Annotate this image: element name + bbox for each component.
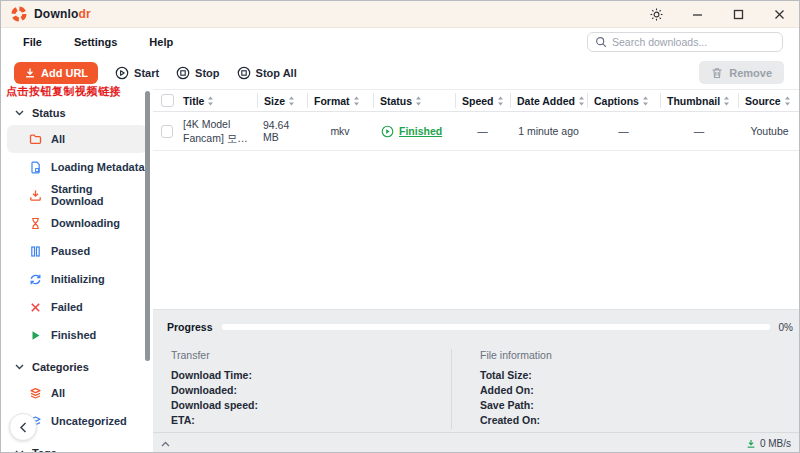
trash-icon [711, 67, 723, 79]
pause-icon [29, 245, 42, 258]
status-finished-link[interactable]: Finished [399, 125, 442, 137]
search-box[interactable] [587, 32, 783, 52]
remove-label: Remove [729, 67, 772, 79]
close-button[interactable] [771, 7, 787, 23]
stop-all-button[interactable]: Stop All [237, 66, 297, 80]
sort-icon [723, 96, 730, 106]
column-header-date-added[interactable]: Date Added [510, 93, 587, 108]
maximize-button[interactable] [730, 7, 746, 23]
download-speed: — [455, 125, 510, 137]
field-eta: ETA: [171, 414, 451, 429]
sidebar-section-tags[interactable]: Tags [1, 441, 153, 453]
sidebar-item-failed[interactable]: Failed [7, 293, 147, 321]
play-circle-icon [381, 125, 394, 138]
download-captions: — [587, 125, 660, 137]
search-input[interactable] [612, 36, 775, 48]
download-size: 94.64 MB [257, 119, 307, 143]
main-panel: Title Size Format Status Speed Date Adde… [153, 89, 799, 453]
sidebar-item-paused[interactable]: Paused [7, 237, 147, 265]
field-download-time: Download Time: [171, 369, 451, 384]
download-date-added: 1 minute ago [510, 125, 587, 137]
download-status: Finished [373, 125, 455, 138]
chevron-left-icon [19, 422, 27, 433]
field-created-on: Created On: [480, 414, 552, 429]
stack-icon [29, 387, 42, 400]
transfer-title: Transfer [171, 349, 451, 361]
sort-icon [784, 96, 791, 106]
table-header-row: Title Size Format Status Speed Date Adde… [153, 89, 799, 112]
start-label: Start [134, 67, 159, 79]
menu-file[interactable]: File [19, 34, 46, 50]
sidebar-item-finished[interactable]: Finished [7, 321, 147, 349]
sidebar-item-loading-metadata[interactable]: Loading Metadata [7, 153, 147, 181]
remove-button[interactable]: Remove [699, 61, 784, 84]
sidebar-scrollbar[interactable] [145, 91, 150, 361]
app-window: Downlodr File Settings Help [0, 0, 800, 453]
field-download-speed: Download speed: [171, 399, 451, 414]
field-save-path: Save Path: [480, 399, 552, 414]
hourglass-icon [29, 217, 42, 230]
play-icon [29, 329, 42, 342]
add-url-button[interactable]: Add URL [14, 62, 98, 84]
sort-icon [497, 96, 504, 106]
chevron-up-icon[interactable] [161, 441, 170, 447]
sidebar: Status All Loading Metadata Starting Dow… [1, 89, 153, 453]
download-icon [746, 439, 756, 449]
x-icon [29, 301, 42, 314]
progress-bar [222, 324, 770, 330]
column-header-source[interactable]: Source [738, 93, 799, 108]
refresh-icon [29, 273, 42, 286]
chevron-down-icon [15, 364, 24, 370]
column-header-thumbnail[interactable]: Thumbnail [660, 93, 738, 108]
titlebar: Downlodr [1, 1, 799, 28]
file-information-section: File information Total Size: Added On: S… [451, 349, 552, 429]
progress-percent: 0% [779, 322, 793, 333]
column-header-status[interactable]: Status [373, 93, 455, 108]
sort-icon [415, 96, 422, 106]
select-all-checkbox[interactable] [161, 94, 174, 107]
download-icon [29, 189, 42, 202]
sort-icon [353, 96, 360, 106]
menu-settings[interactable]: Settings [70, 34, 121, 50]
sidebar-item-starting-download[interactable]: Starting Download [7, 181, 147, 209]
play-circle-icon [115, 66, 129, 80]
sidebar-section-categories[interactable]: Categories [1, 355, 153, 379]
column-header-speed[interactable]: Speed [455, 93, 510, 108]
add-url-label: Add URL [41, 67, 88, 79]
sidebar-section-status[interactable]: Status [1, 101, 153, 125]
download-format: mkv [307, 125, 373, 137]
stop-button[interactable]: Stop [176, 66, 219, 80]
column-header-captions[interactable]: Captions [587, 93, 660, 108]
stop-all-label: Stop All [256, 67, 297, 79]
column-header-size[interactable]: Size [257, 93, 307, 108]
status-bar: 0 MB/s [153, 432, 799, 453]
minimize-button[interactable] [689, 7, 705, 23]
sidebar-item-all-status[interactable]: All [7, 125, 147, 153]
start-button[interactable]: Start [115, 66, 159, 80]
collapse-sidebar-button[interactable] [9, 413, 37, 441]
sidebar-item-all-categories[interactable]: All [7, 379, 147, 407]
file-information-title: File information [480, 349, 552, 361]
copy-link-hint: 点击按钮复制视频链接 [6, 84, 121, 99]
menu-help[interactable]: Help [145, 34, 177, 50]
file-icon [29, 161, 42, 174]
row-checkbox[interactable] [161, 125, 173, 138]
download-title: [4K Model Fancam] 모델 ... [183, 117, 253, 145]
table-row[interactable]: [4K Model Fancam] 모델 ... 94.64 MB mkv Fi… [153, 112, 799, 151]
stop-circle-icon [237, 66, 251, 80]
chevron-down-icon [15, 110, 24, 116]
theme-toggle-icon[interactable] [648, 7, 664, 23]
search-icon [595, 36, 607, 48]
column-header-format[interactable]: Format [307, 93, 373, 108]
stop-circle-icon [176, 66, 190, 80]
download-icon [24, 67, 36, 79]
sort-icon [578, 96, 585, 106]
column-header-title[interactable]: Title [177, 93, 257, 108]
sidebar-item-downloading[interactable]: Downloading [7, 209, 147, 237]
field-total-size: Total Size: [480, 369, 552, 384]
download-source: Youtube [738, 125, 799, 137]
app-logo-icon [11, 6, 27, 22]
sort-icon [642, 96, 649, 106]
sidebar-item-initializing[interactable]: Initializing [7, 265, 147, 293]
details-panel: Progress 0% Transfer Download Time: Down… [153, 309, 799, 432]
